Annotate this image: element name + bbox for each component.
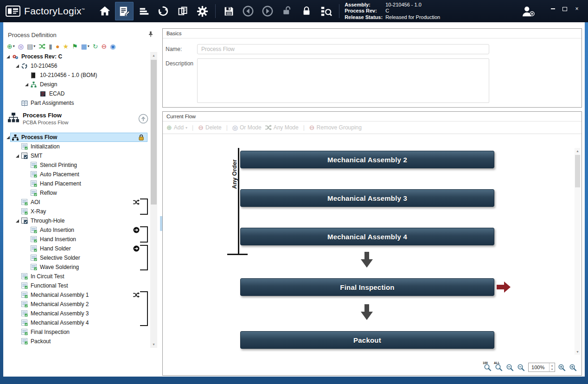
remove-icon[interactable]: ⊖ bbox=[102, 43, 107, 50]
probe-icon[interactable]: ▮ bbox=[49, 43, 52, 50]
tree-item-in-circuit-test[interactable]: In Circuit Test bbox=[3, 272, 160, 281]
flag-icon[interactable]: ⚑ bbox=[72, 43, 78, 50]
expander-icon[interactable] bbox=[24, 83, 29, 87]
tree-item-ecad[interactable]: ECAD bbox=[3, 89, 160, 98]
phase-icon bbox=[21, 153, 29, 159]
scrollbar-thumb[interactable] bbox=[575, 155, 580, 187]
documents-icon[interactable] bbox=[173, 2, 192, 20]
close-button[interactable]: × bbox=[574, 6, 580, 12]
process-definition-icon[interactable] bbox=[115, 2, 134, 20]
add-icon[interactable]: ⊕▾ bbox=[7, 43, 15, 50]
flow-canvas[interactable]: ▲ ▼ 100ALL100%▲▼ Any OrderMechanical Ass… bbox=[163, 134, 582, 375]
description-input[interactable] bbox=[197, 58, 489, 103]
scroll-up-icon[interactable]: ▲ bbox=[575, 148, 581, 154]
expander-icon[interactable] bbox=[5, 135, 11, 140]
tree-item-label: Initialization bbox=[31, 143, 60, 150]
home-icon[interactable] bbox=[96, 2, 114, 20]
tree-item-hand-placement[interactable]: Hand Placement bbox=[3, 179, 160, 188]
scroll-down-icon[interactable]: ▼ bbox=[150, 341, 157, 348]
any-mode-button[interactable]: Any Mode bbox=[265, 124, 299, 131]
settings-icon[interactable] bbox=[193, 2, 211, 20]
maximize-button[interactable] bbox=[562, 6, 568, 12]
lock-icon[interactable] bbox=[297, 2, 316, 20]
name-input[interactable] bbox=[197, 44, 489, 54]
user-icon[interactable] bbox=[519, 2, 537, 20]
favorite-icon[interactable]: ★ bbox=[63, 43, 69, 50]
zoom-out-icon[interactable] bbox=[506, 363, 514, 371]
or-mode-button[interactable]: ◎Or Mode bbox=[232, 124, 262, 131]
consumable-icon[interactable]: ● bbox=[56, 43, 59, 50]
or-group-icon[interactable]: ◎ bbox=[18, 43, 24, 50]
tree-item-stencil-printing[interactable]: Stencil Printing bbox=[3, 160, 160, 170]
zoom-spinner-arrows[interactable]: ▲▼ bbox=[549, 363, 555, 371]
expander-icon[interactable] bbox=[14, 64, 20, 68]
info-icon[interactable]: ◉ bbox=[110, 43, 115, 50]
expander-icon[interactable] bbox=[5, 55, 11, 59]
tree-item-reflow[interactable]: Reflow bbox=[3, 188, 160, 198]
expander-icon[interactable] bbox=[14, 219, 20, 223]
minimize-button[interactable] bbox=[550, 6, 556, 12]
tree-item-functional-test[interactable]: Functional Test bbox=[3, 281, 160, 290]
zoom-in-icon[interactable] bbox=[558, 363, 566, 371]
tree-item-10-210456[interactable]: 10-210456 bbox=[3, 61, 160, 70]
flow-node-mechanical-assembly-2[interactable]: Mechanical Assembly 2 bbox=[240, 151, 494, 168]
sync-icon[interactable] bbox=[154, 2, 173, 20]
splitter-handle[interactable] bbox=[160, 216, 162, 231]
zoom-region-icon[interactable] bbox=[569, 363, 577, 371]
tree-item-packout[interactable]: Packout bbox=[3, 337, 160, 346]
package-icon[interactable]: ▦▾ bbox=[81, 43, 89, 50]
any-order-line-tick bbox=[227, 254, 248, 255]
tree-item-x-ray[interactable]: X-Ray bbox=[3, 207, 160, 216]
collapse-section-icon[interactable] bbox=[138, 114, 148, 125]
back-icon[interactable] bbox=[239, 2, 257, 20]
tree-item-hand-insertion[interactable]: Hand Insertion bbox=[3, 235, 160, 244]
add-button[interactable]: ⊕Add▾ bbox=[166, 124, 187, 131]
remove-grouping-button[interactable]: ⊖Remove Grouping bbox=[309, 124, 362, 131]
unlock-icon[interactable] bbox=[278, 2, 296, 20]
audit-search-icon[interactable] bbox=[317, 2, 335, 20]
spin-down-icon[interactable]: ▼ bbox=[551, 368, 553, 371]
tree-item-initialization[interactable]: Initialization bbox=[3, 142, 160, 151]
left-panel-scrollbar[interactable]: ▲ ▼ bbox=[150, 52, 157, 348]
spin-up-icon[interactable]: ▲ bbox=[551, 364, 553, 367]
tree-item-mechanical-assembly-3[interactable]: Mechanical Assembly 3 bbox=[3, 309, 160, 318]
tree-item-mechanical-assembly-4[interactable]: Mechanical Assembly 4 bbox=[3, 318, 160, 327]
tree-item-smt[interactable]: SMT bbox=[3, 151, 160, 160]
pin-icon[interactable] bbox=[148, 31, 153, 38]
traveler-icon[interactable] bbox=[134, 2, 153, 20]
flow-node-mechanical-assembly-3[interactable]: Mechanical Assembly 3 bbox=[240, 189, 494, 207]
tree-item-through-hole[interactable]: Through-Hole bbox=[3, 216, 160, 225]
tree-item-final-inspection[interactable]: Final Inspection bbox=[3, 327, 160, 337]
tree-item-10-210456-1-0-bom[interactable]: 10-210456 - 1.0 (BOM) bbox=[3, 70, 160, 80]
tree-item-label: AOI bbox=[31, 199, 40, 205]
tree-item-part-assignments[interactable]: Part Assignments bbox=[3, 98, 160, 108]
tree-item-selective-solder[interactable]: Selective Solder bbox=[3, 253, 160, 262]
scroll-down-icon[interactable]: ▼ bbox=[575, 349, 581, 355]
flow-node-packout[interactable]: Packout bbox=[240, 331, 494, 349]
canvas-scrollbar[interactable]: ▲ ▼ bbox=[575, 148, 581, 355]
flow-node-final-inspection[interactable]: Final Inspection bbox=[240, 278, 494, 296]
tree-item-mechanical-assembly-2[interactable]: Mechanical Assembly 2 bbox=[3, 300, 160, 309]
forward-icon[interactable] bbox=[258, 2, 277, 20]
flow-node-mechanical-assembly-4[interactable]: Mechanical Assembly 4 bbox=[240, 228, 494, 245]
zoom-spinner[interactable]: 100%▲▼ bbox=[528, 363, 555, 372]
tree-item-process-flow[interactable]: Process Flow bbox=[3, 133, 160, 142]
tree-item-wave-soldering[interactable]: Wave Soldering bbox=[3, 262, 160, 272]
tree-item-auto-placement[interactable]: Auto Placement bbox=[3, 170, 160, 179]
zoom-all-icon[interactable]: ALL bbox=[495, 363, 503, 371]
save-icon[interactable] bbox=[219, 2, 238, 20]
expander-icon[interactable] bbox=[14, 154, 20, 158]
zoom-out-small-icon[interactable] bbox=[517, 363, 525, 371]
assembly-tree: Process Rev: C10-21045610-210456 - 1.0 (… bbox=[3, 52, 160, 108]
tree-item-design[interactable]: Design bbox=[3, 80, 160, 89]
panel-splitter[interactable] bbox=[160, 28, 162, 377]
scroll-up-icon[interactable]: ▲ bbox=[150, 52, 157, 59]
any-order-icon[interactable] bbox=[38, 44, 45, 49]
zoom-100-icon[interactable]: 100 bbox=[484, 363, 492, 371]
print-icon[interactable]: ▤▾ bbox=[27, 43, 35, 50]
refresh-icon[interactable]: ↻ bbox=[93, 43, 98, 50]
info-value: Released for Production bbox=[385, 14, 440, 21]
tree-item-process-rev-c[interactable]: Process Rev: C bbox=[3, 52, 160, 61]
delete-button[interactable]: ⊖Delete bbox=[198, 124, 221, 131]
scrollbar-thumb[interactable] bbox=[151, 60, 157, 205]
